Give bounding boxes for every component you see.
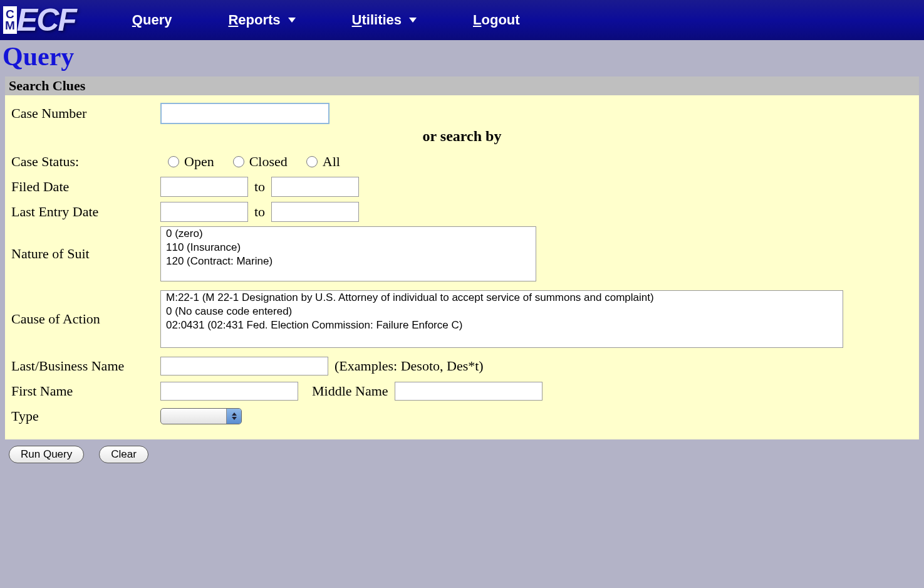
list-item[interactable]: 0 (zero) — [161, 227, 536, 241]
query-form: Search Clues Case Number or search by Ca… — [0, 76, 924, 476]
last-entry-date-label: Last Entry Date — [11, 204, 160, 220]
filed-date-to-label: to — [254, 179, 265, 195]
or-search-by-label: or search by — [11, 128, 913, 145]
radio-closed[interactable] — [233, 156, 244, 167]
middle-name-label: Middle Name — [312, 383, 388, 399]
button-row: Run Query Clear — [5, 439, 919, 470]
logo-ecf-text: ECF — [17, 2, 76, 38]
nav-logout-rest: ogout — [482, 12, 520, 28]
logo-cm-badge: C M — [3, 6, 17, 34]
list-item[interactable]: 110 (Insurance) — [161, 241, 536, 255]
last-entry-to-input[interactable] — [271, 202, 359, 222]
nav-reports-rest: eports — [238, 12, 280, 28]
last-entry-from-input[interactable] — [160, 202, 248, 222]
radio-open-label: Open — [184, 154, 214, 170]
nav-logout[interactable]: Logout — [473, 12, 520, 28]
cause-of-action-listbox[interactable]: M:22-1 (M 22-1 Designation by U.S. Attor… — [160, 290, 843, 348]
type-label: Type — [11, 408, 160, 424]
nav-utilities-accesskey: U — [352, 12, 362, 28]
clear-button[interactable]: Clear — [99, 446, 148, 463]
nav-items: Query Reports Utilities Logout — [132, 12, 520, 28]
nav-query-rest: uery — [143, 12, 172, 28]
nav-utilities-rest: tilities — [361, 12, 402, 28]
logo-cm-bot: M — [5, 20, 15, 31]
case-status-radios: Open Closed All — [168, 154, 340, 170]
list-item[interactable]: 02:0431 (02:431 Fed. Election Commission… — [161, 318, 843, 332]
list-item[interactable]: 120 (Contract: Marine) — [161, 255, 536, 268]
logo: C M ECF — [0, 0, 95, 40]
nav-reports-accesskey: R — [228, 12, 238, 28]
section-header: Search Clues — [5, 76, 919, 95]
case-status-all[interactable]: All — [306, 154, 340, 170]
nav-logout-accesskey: L — [473, 12, 481, 28]
case-status-closed[interactable]: Closed — [233, 154, 288, 170]
updown-arrows-icon — [226, 409, 241, 424]
nav-reports[interactable]: Reports — [228, 12, 295, 28]
last-entry-to-label: to — [254, 204, 265, 220]
radio-closed-label: Closed — [249, 154, 288, 170]
case-number-input[interactable] — [160, 103, 330, 124]
nav-utilities[interactable]: Utilities — [352, 12, 417, 28]
examples-text: (Examples: Desoto, Des*t) — [335, 358, 484, 374]
chevron-down-icon — [288, 18, 296, 23]
filed-date-from-input[interactable] — [160, 177, 248, 197]
case-number-label: Case Number — [11, 105, 160, 122]
last-business-name-label: Last/Business Name — [11, 358, 160, 374]
radio-all-label: All — [323, 154, 340, 170]
nature-of-suit-label: Nature of Suit — [11, 246, 160, 262]
top-nav: C M ECF Query Reports Utilities Logout — [0, 0, 924, 40]
last-business-name-input[interactable] — [160, 357, 328, 375]
case-status-open[interactable]: Open — [168, 154, 214, 170]
list-item[interactable]: M:22-1 (M 22-1 Designation by U.S. Attor… — [161, 291, 843, 305]
page-title: Query — [0, 40, 924, 76]
nav-query-accesskey: Q — [132, 12, 143, 28]
chevron-down-icon — [409, 18, 417, 23]
filed-date-to-input[interactable] — [271, 177, 359, 197]
nav-query[interactable]: Query — [132, 12, 172, 28]
first-name-input[interactable] — [160, 382, 298, 401]
radio-open[interactable] — [168, 156, 179, 167]
run-query-button[interactable]: Run Query — [9, 446, 84, 463]
radio-all[interactable] — [306, 156, 318, 167]
list-item[interactable]: 0 (No cause code entered) — [161, 305, 843, 318]
cause-of-action-label: Cause of Action — [11, 311, 160, 327]
type-select[interactable] — [160, 408, 242, 424]
form-body: Case Number or search by Case Status: Op… — [5, 95, 919, 439]
middle-name-input[interactable] — [395, 382, 542, 401]
nature-of-suit-listbox[interactable]: 0 (zero) 110 (Insurance) 120 (Contract: … — [160, 226, 536, 281]
first-name-label: First Name — [11, 383, 160, 399]
case-status-label: Case Status: — [11, 154, 160, 170]
filed-date-label: Filed Date — [11, 179, 160, 195]
